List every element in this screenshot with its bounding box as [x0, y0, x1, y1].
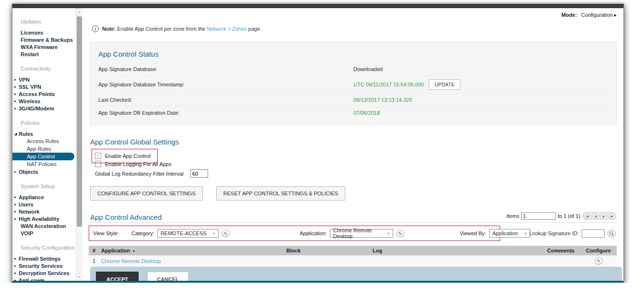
lookup-signature-input[interactable]: [582, 229, 605, 238]
sidebar-item-nat-policies[interactable]: NAT Policies: [12, 160, 76, 168]
sidebar-item-3g4g-modem[interactable]: ▸3G/4G/Modem: [12, 105, 76, 112]
mode-arrow-icon[interactable]: ▶: [614, 13, 617, 17]
sidebar-item-appliance[interactable]: ▸Appliance: [12, 193, 76, 201]
main-content: Mode: Configuration ▶ i Note: Enable App…: [82, 8, 623, 281]
sidebar-item-licenses[interactable]: Licenses: [12, 29, 76, 36]
status-panel-title: App Control Status: [98, 50, 609, 58]
configure-cell: ✎: [581, 257, 616, 265]
items-input[interactable]: [521, 212, 556, 220]
scroll-down-icon[interactable]: ∨: [77, 274, 82, 280]
category-label: Category:: [131, 230, 154, 236]
mode-value[interactable]: Configuration: [581, 12, 612, 18]
sidebar-item-wan-acceleration[interactable]: WAN Acceleration: [12, 222, 76, 229]
sidebar-item-users[interactable]: ▸Users: [12, 201, 76, 208]
last-page-icon[interactable]: ▶|: [608, 213, 615, 219]
enable-app-control-checkbox[interactable]: ✓: [95, 153, 101, 159]
view-style-label: View Style:: [93, 230, 119, 236]
checkmark-icon: ✓: [96, 153, 100, 158]
sidebar-nav: Updates Licenses Firmware & Backups WXA …: [12, 8, 76, 281]
sidebar-item-decryption-services[interactable]: ▸Decryption Services: [12, 269, 76, 276]
sidebar-item-restart[interactable]: Restart: [12, 50, 76, 58]
cancel-button[interactable]: CANCEL: [147, 272, 188, 281]
chevron-right-icon: ▸: [12, 271, 19, 275]
log-redundancy-interval-input[interactable]: [190, 169, 208, 178]
column-application[interactable]: Application ▾: [101, 248, 286, 253]
column-configure: Configure: [581, 248, 616, 253]
app-control-status-panel: App Control Status App Signature Databas…: [90, 42, 617, 125]
application-label: Application:: [300, 230, 327, 236]
app-control-table: # Application ▾ Block Log Comments Confi…: [89, 246, 617, 267]
footer-bar: ACCEPT CANCEL: [90, 267, 622, 281]
note-text: Note: Enable App Control per zone from t…: [102, 26, 261, 32]
edit-category-icon[interactable]: ✎: [222, 229, 230, 238]
first-page-icon[interactable]: |◀: [584, 213, 591, 219]
edit-row-icon[interactable]: ✎: [595, 257, 603, 265]
sidebar-item-voip[interactable]: VOIP: [12, 229, 76, 237]
sidebar-scrollbar[interactable]: ∧ ∨: [76, 8, 82, 281]
sidebar-item-network[interactable]: ▸Network: [12, 208, 76, 215]
filter-row: View Style: Category: REMOTE-ACCESS ∨ ✎ …: [89, 226, 617, 241]
status-row-expiration: App Signature DB Expiration Date: 07/06/…: [98, 106, 609, 119]
items-pagination: Items to 1 (of 1) |◀ ◀ ▶ ▶|: [506, 212, 617, 221]
advanced-title: App Control Advanced: [90, 213, 162, 221]
pager: |◀ ◀ ▶ ▶|: [582, 212, 617, 220]
next-page-icon[interactable]: ▶: [600, 213, 607, 219]
application-link[interactable]: Chrome Remote Desktop: [101, 258, 161, 264]
sidebar-item-firewall-settings[interactable]: ▸Firewall Settings: [12, 255, 76, 262]
sidebar-item-app-control[interactable]: App Control: [12, 153, 74, 160]
sidebar-item-ssl-vpn[interactable]: ▸SSL VPN: [12, 83, 76, 90]
viewed-by-select[interactable]: Application ∨: [489, 229, 530, 238]
chevron-right-icon: ▸: [12, 257, 19, 261]
global-settings-buttons: CONFIGURE APP CONTROL SETTINGS RESET APP…: [90, 186, 623, 201]
lookup-signature-group: Lookup Signature ID:: [529, 229, 617, 238]
sidebar-item-high-availability[interactable]: ▸High Availability: [12, 215, 76, 222]
chevron-right-icon: ▸: [12, 107, 19, 110]
previous-page-icon[interactable]: ◀: [592, 213, 599, 219]
configure-app-control-settings-button[interactable]: CONFIGURE APP CONTROL SETTINGS: [90, 186, 203, 201]
sidebar-section-system-setup: System Setup: [12, 183, 76, 189]
column-block: Block: [286, 248, 373, 253]
network-zones-link[interactable]: Network > Zones: [207, 26, 246, 32]
column-number: #: [89, 248, 101, 253]
chevron-right-icon: ▸: [12, 264, 19, 268]
enable-logging-checkbox[interactable]: [95, 161, 101, 167]
category-select[interactable]: REMOTE-ACCESS ∨: [157, 229, 219, 238]
update-button[interactable]: UPDATE: [429, 79, 460, 90]
sidebar-item-access-points[interactable]: ▸Access Points: [12, 90, 76, 97]
chevron-right-icon: ▸: [12, 210, 19, 214]
sidebar-item-vpn[interactable]: ▸VPN: [12, 76, 76, 83]
sidebar-item-wireless[interactable]: ▸Wireless: [12, 97, 76, 105]
sidebar-item-access-rules[interactable]: Access Rules: [12, 137, 76, 145]
sidebar-section-policies: Policies: [12, 120, 76, 126]
chevron-right-icon: ▸: [12, 217, 19, 221]
reset-app-control-settings-button[interactable]: RESET APP CONTROL SETTINGS & POLICIES: [216, 186, 345, 201]
chevron-expanded-icon: ◢: [12, 132, 19, 136]
table-header: # Application ▾ Block Log Comments Confi…: [89, 246, 617, 255]
scrollbar-thumb[interactable]: [77, 16, 82, 227]
chevron-right-icon: ▸: [12, 170, 19, 174]
global-settings-checkboxes: ✓ Enable App Control Enable Logging For …: [90, 152, 623, 168]
note-label: Note:: [102, 26, 116, 32]
chevron-down-icon: ∨: [212, 231, 215, 236]
app-control-advanced-header: App Control Advanced Items to 1 (of 1) |…: [90, 212, 617, 223]
application-select[interactable]: Chrome Remote Desktop ∨: [330, 229, 393, 238]
viewed-by-label: Viewed By:: [460, 230, 486, 236]
scroll-up-icon[interactable]: ∧: [77, 9, 82, 15]
sidebar-item-rules[interactable]: ◢Rules: [12, 130, 76, 137]
accept-button[interactable]: ACCEPT: [96, 272, 139, 281]
mode-indicator: Mode: Configuration ▶: [82, 8, 623, 18]
sidebar-item-firmware-backups[interactable]: Firmware & Backups: [12, 36, 76, 43]
column-log: Log: [373, 248, 540, 253]
sidebar-item-anti-spam[interactable]: ▸Anti-spam: [12, 276, 76, 281]
sidebar-section-updates: Updates: [12, 19, 76, 24]
sidebar-item-objects[interactable]: ▸Objects: [12, 168, 76, 175]
sidebar-item-app-rules[interactable]: App Rules: [12, 145, 76, 153]
sidebar: Updates Licenses Firmware & Backups WXA …: [12, 8, 82, 281]
sidebar-item-wxa-firmware[interactable]: WXA Firmware: [12, 43, 76, 50]
edit-application-icon[interactable]: ✎: [396, 229, 404, 238]
table-row: 1 Chrome Remote Desktop ✎: [89, 255, 617, 267]
sidebar-item-security-services[interactable]: ▸Security Services: [12, 262, 76, 269]
items-range: to 1 (of 1): [558, 213, 580, 219]
search-icon[interactable]: [608, 229, 616, 238]
note-banner: i Note: Enable App Control per zone from…: [92, 25, 623, 32]
